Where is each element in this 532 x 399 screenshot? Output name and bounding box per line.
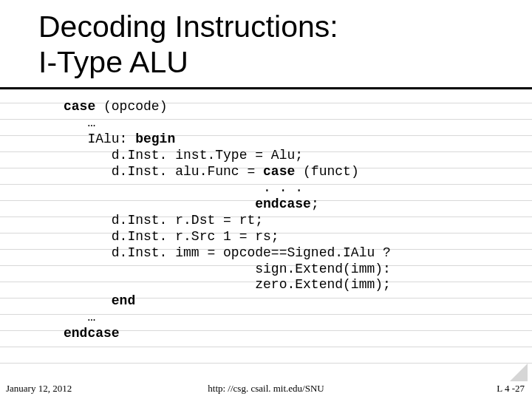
title-underline bbox=[0, 87, 532, 89]
code-text: d.Inst. inst.Type = Alu; bbox=[64, 148, 303, 163]
footer-page: L 4 -27 bbox=[497, 383, 525, 395]
kw-case: case bbox=[64, 99, 95, 114]
kw-endcase: endcase bbox=[64, 326, 120, 341]
kw-endcase-inner: endcase bbox=[255, 197, 311, 211]
code-text: IAlu: bbox=[64, 132, 135, 146]
title-line-1: Decoding Instructions: bbox=[38, 10, 338, 44]
code-text bbox=[64, 293, 112, 308]
code-text: … bbox=[64, 310, 95, 324]
code-text: sign.Extend(imm): bbox=[64, 262, 391, 276]
page-curl-icon bbox=[510, 364, 528, 381]
code-text: d.Inst. r.Src 1 = rs; bbox=[64, 229, 279, 244]
code-text: (opcode) bbox=[95, 99, 167, 114]
code-text: … bbox=[64, 115, 95, 130]
kw-begin: begin bbox=[135, 132, 175, 146]
footer-link: http: //csg. csail. mit.edu/SNU bbox=[0, 383, 532, 395]
code-text: ; bbox=[311, 197, 319, 211]
kw-end: end bbox=[112, 293, 135, 308]
code-text: (funct) bbox=[295, 164, 358, 179]
code-text bbox=[64, 197, 255, 211]
code-text: . . . bbox=[64, 180, 303, 195]
code-block: case (opcode) … IAlu: begin d.Inst. inst… bbox=[64, 99, 391, 342]
title-line-2: I-Type ALU bbox=[38, 45, 188, 79]
code-text: d.Inst. alu.Func = bbox=[64, 164, 263, 179]
slide: Decoding Instructions: I-Type ALU case (… bbox=[0, 0, 532, 399]
slide-title: Decoding Instructions: I-Type ALU bbox=[38, 9, 338, 81]
code-text: zero.Extend(imm); bbox=[64, 277, 391, 292]
kw-case-inner: case bbox=[263, 164, 295, 179]
code-text: d.Inst. imm = opcode==Signed.IAlu ? bbox=[64, 245, 391, 260]
code-text: d.Inst. r.Dst = rt; bbox=[64, 213, 263, 228]
